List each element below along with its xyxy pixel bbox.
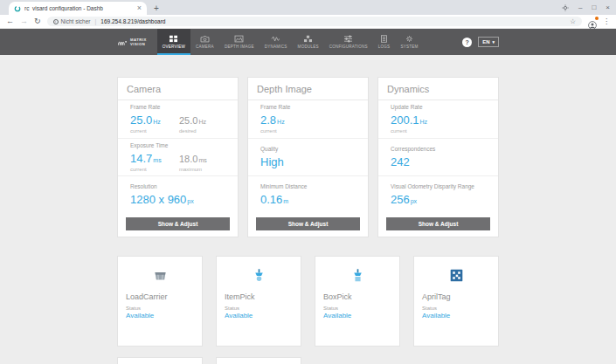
- module-card-itempick[interactable]: ItemPick Status Available: [216, 256, 301, 347]
- help-button[interactable]: ?: [462, 38, 472, 47]
- nav-item-overview[interactable]: OVERVIEW: [157, 29, 190, 55]
- depth-image-icon: [234, 35, 244, 43]
- modules-icon: [303, 35, 313, 43]
- language-selector[interactable]: EN ▾: [478, 37, 499, 47]
- browser-menu-icon[interactable]: ⋮: [603, 17, 610, 25]
- main-navigation: OVERVIEW CAMERA DEPTH IMAGE DYNAMICS: [157, 29, 424, 55]
- url-text: 169.254.8.219/dashboard: [100, 18, 567, 24]
- panels-row: Camera Frame Rate 25.0Hz current: [117, 77, 499, 237]
- forward-button[interactable]: →: [20, 17, 28, 25]
- module-name: AprilTag: [422, 292, 490, 301]
- row-label: Frame Rate: [130, 104, 225, 110]
- value-correspondences: 242: [391, 154, 486, 169]
- navbar-right: ? EN ▾: [462, 29, 499, 55]
- info-icon[interactable]: i: [53, 19, 59, 24]
- partial-cards-row: [117, 357, 499, 364]
- overview-icon: [169, 35, 178, 43]
- nav-label: OVERVIEW: [163, 45, 185, 49]
- nav-item-logs[interactable]: LOGS: [373, 29, 396, 55]
- tab-close-icon[interactable]: ×: [137, 4, 142, 12]
- value-current: 25.0Hz: [130, 112, 179, 127]
- module-card-loadcarrier[interactable]: LoadCarrier Status Available: [117, 256, 203, 347]
- bookmark-star-icon[interactable]: ☆: [570, 17, 576, 25]
- nav-item-depth-image[interactable]: DEPTH IMAGE: [219, 29, 260, 55]
- status-value: Available: [323, 312, 391, 319]
- profile-avatar[interactable]: [588, 17, 597, 26]
- nav-label: SYSTEM: [400, 45, 418, 49]
- camera-frame-rate-row: Frame Rate 25.0Hz current 25.0Hz: [118, 100, 238, 139]
- nav-label: DEPTH IMAGE: [225, 45, 254, 49]
- back-button[interactable]: ←: [6, 17, 14, 25]
- depth-image-panel: Depth Image Frame Rate 2.8Hz current Qua…: [247, 77, 369, 237]
- partial-card[interactable]: [117, 357, 203, 364]
- dynamics-show-adjust-button[interactable]: Show & Adjust: [386, 217, 490, 230]
- panel-title: Dynamics: [378, 78, 498, 100]
- nav-item-modules[interactable]: MODULES: [293, 29, 324, 55]
- app-navbar: MATRIX VISION OVERVIEW CAMERA: [0, 29, 616, 55]
- depth-quality-row: Quality High: [248, 139, 368, 177]
- depth-frame-rate-row: Frame Rate 2.8Hz current: [248, 100, 368, 139]
- nav-item-camera[interactable]: CAMERA: [190, 29, 219, 55]
- dynamics-update-rate-row: Update Rate 200.1Hz current: [378, 100, 498, 139]
- status-value: Available: [422, 312, 490, 319]
- value-caption: current: [391, 128, 486, 134]
- nav-item-configurations[interactable]: CONFIGURATIONS: [324, 29, 373, 55]
- status-label: Status: [323, 306, 391, 311]
- row-label: Visual Odometry Disparity Range: [391, 183, 486, 189]
- module-card-boxpick[interactable]: BoxPick Status Available: [315, 256, 400, 347]
- nav-item-dynamics[interactable]: DYNAMICS: [260, 29, 293, 55]
- value-resolution: 1280 x 960px: [130, 191, 225, 207]
- value-caption: desired: [179, 128, 206, 134]
- value-disparity-range: 256px: [391, 191, 486, 207]
- itempick-icon: [252, 268, 266, 283]
- logo-wave-icon: [117, 38, 128, 46]
- camera-icon: [200, 35, 210, 43]
- logs-document-icon: [379, 35, 389, 43]
- value-maximum: 18.0ms: [179, 150, 207, 166]
- logo-text: MATRIX VISION: [130, 38, 147, 47]
- matrix-vision-logo: MATRIX VISION: [117, 29, 147, 55]
- partial-card[interactable]: [216, 357, 301, 364]
- maximize-button[interactable]: □: [592, 4, 596, 11]
- person-icon: [588, 21, 597, 30]
- nav-label: CAMERA: [196, 45, 214, 49]
- nav-label: CONFIGURATIONS: [329, 45, 368, 49]
- apriltag-icon: [449, 268, 464, 283]
- depth-show-adjust-button[interactable]: Show & Adjust: [256, 217, 360, 230]
- nav-label: MODULES: [298, 45, 319, 49]
- sliders-icon: [343, 35, 353, 43]
- dynamics-correspondences-row: Correspondences 242: [378, 139, 498, 177]
- camera-show-adjust-button[interactable]: Show & Adjust: [126, 217, 230, 230]
- reload-button[interactable]: ↻: [34, 17, 41, 25]
- module-name: LoadCarrier: [126, 292, 194, 301]
- dynamics-wave-icon: [271, 35, 280, 43]
- minimize-button[interactable]: –: [578, 4, 582, 11]
- panel-title: Depth Image: [248, 78, 368, 100]
- value-current: 14.7ms: [130, 150, 179, 166]
- browser-window: rc_visard configuration - Dashb × + – □ …: [0, 0, 616, 364]
- module-card-apriltag[interactable]: AprilTag Status Available: [413, 256, 499, 347]
- address-bar-input[interactable]: i Nicht sicher | 169.254.8.219/dashboard…: [47, 17, 582, 26]
- row-label: Correspondences: [391, 146, 486, 152]
- new-tab-button[interactable]: +: [154, 4, 159, 13]
- window-controls: – □ ×: [562, 0, 610, 15]
- dynamics-panel: Dynamics Update Rate 200.1Hz current Cor…: [377, 77, 499, 237]
- close-window-button[interactable]: ×: [606, 4, 610, 11]
- browser-tab[interactable]: rc_visard configuration - Dashb ×: [9, 2, 147, 15]
- status-label: Status: [126, 306, 194, 311]
- value-current: 200.1Hz: [391, 112, 486, 127]
- value-desired: 25.0Hz: [179, 112, 206, 127]
- status-label: Status: [422, 306, 490, 311]
- value-current: 2.8Hz: [260, 112, 356, 127]
- loadcarrier-icon: [153, 268, 168, 283]
- row-label: Frame Rate: [260, 104, 356, 110]
- row-label: Minimum Distance: [260, 183, 356, 189]
- settings-icon[interactable]: [562, 4, 569, 11]
- nav-item-system[interactable]: SYSTEM: [395, 29, 423, 55]
- camera-exposure-row: Exposure Time 14.7ms current 18.0ms: [118, 139, 238, 177]
- modules-row: LoadCarrier Status Available ItemPick St…: [117, 256, 499, 347]
- notification-dot: [595, 17, 599, 20]
- module-name: ItemPick: [225, 292, 293, 301]
- status-value: Available: [126, 312, 194, 319]
- depth-min-distance-row: Minimum Distance 0.16m: [248, 176, 368, 214]
